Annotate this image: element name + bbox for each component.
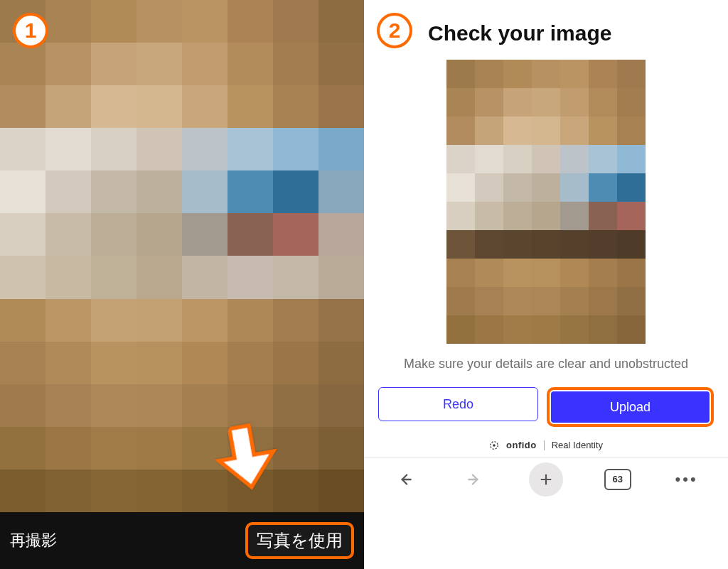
- step-badge-2: 2: [377, 13, 412, 48]
- new-tab-button[interactable]: [529, 462, 563, 497]
- more-icon: •••: [675, 470, 698, 489]
- nav-forward-button[interactable]: [460, 465, 488, 494]
- retake-label: 再撮影: [10, 531, 57, 549]
- action-button-row: Redo Upload: [364, 387, 728, 437]
- step-number: 2: [389, 18, 401, 43]
- step-number: 1: [25, 18, 37, 43]
- brand-name: onfido: [506, 440, 537, 450]
- brand-tagline: Real Identity: [552, 440, 603, 450]
- upload-label: Upload: [610, 400, 651, 414]
- onfido-logo-icon: [489, 440, 499, 450]
- blurred-document-thumb: [446, 60, 646, 344]
- retake-button[interactable]: 再撮影: [10, 530, 57, 551]
- step-badge-1: 1: [13, 13, 48, 48]
- plus-icon: [538, 472, 554, 487]
- nav-back-button[interactable]: [391, 465, 419, 494]
- tabs-button[interactable]: 63: [604, 465, 632, 494]
- redo-button[interactable]: Redo: [378, 387, 538, 421]
- camera-confirm-pane: 1 再撮影 写真を使用: [0, 0, 364, 569]
- photo-preview: [0, 0, 364, 512]
- arrow-left-icon: [396, 470, 414, 489]
- arrow-right-icon: [465, 470, 483, 489]
- tab-count: 63: [604, 469, 631, 490]
- check-image-pane: 2 Check your image Make sure your detail…: [364, 0, 728, 569]
- use-photo-button[interactable]: 写真を使用: [245, 522, 354, 559]
- onfido-footer: onfido Real Identity: [364, 437, 728, 457]
- instructions-text: Make sure your details are clear and uno…: [364, 355, 728, 387]
- page-title: Check your image: [364, 0, 728, 53]
- svg-point-1: [493, 444, 496, 447]
- upload-button[interactable]: Upload: [551, 391, 710, 423]
- uploaded-image-preview: [446, 60, 646, 344]
- camera-toolbar: 再撮影 写真を使用: [0, 512, 364, 569]
- upload-button-highlight: Upload: [547, 387, 714, 427]
- browser-toolbar: 63 •••: [364, 457, 728, 500]
- use-photo-label: 写真を使用: [257, 531, 343, 550]
- redo-label: Redo: [443, 397, 473, 412]
- menu-button[interactable]: •••: [673, 465, 701, 494]
- brand-divider: [544, 440, 545, 450]
- blurred-document-preview: [0, 0, 364, 512]
